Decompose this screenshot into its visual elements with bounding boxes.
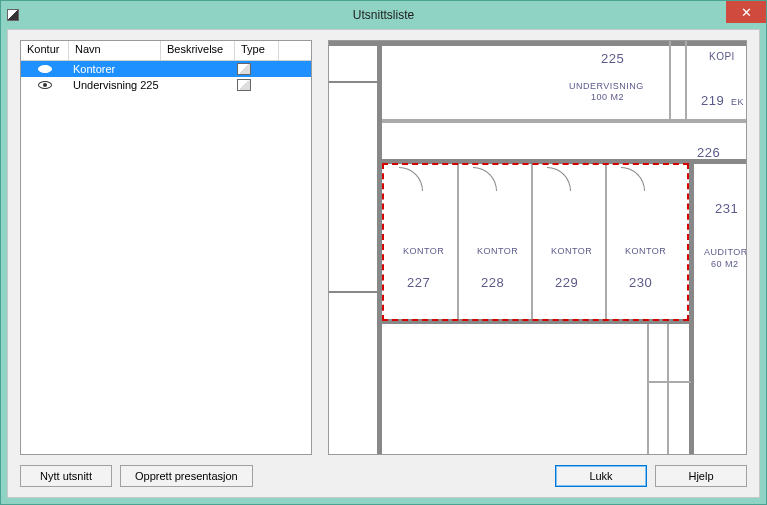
room-label: AUDITOR xyxy=(704,247,747,257)
room-number: 229 xyxy=(555,275,578,290)
list-row[interactable]: Kontorer xyxy=(21,61,311,77)
header-beskrivelse[interactable]: Beskrivelse xyxy=(161,41,235,60)
wall-line xyxy=(669,41,671,119)
client-area: Kontur Navn Beskrivelse Type Kontorer Un… xyxy=(7,29,760,498)
wall-line xyxy=(329,41,746,46)
room-number: 228 xyxy=(481,275,504,290)
button-bar: Nytt utsnitt Opprett presentasjon Lukk H… xyxy=(20,465,747,487)
room-label: EK xyxy=(731,97,744,107)
new-section-button[interactable]: Nytt utsnitt xyxy=(20,465,112,487)
create-presentation-button[interactable]: Opprett presentasjon xyxy=(120,465,253,487)
app-icon xyxy=(7,9,19,21)
row-name: Kontorer xyxy=(69,63,161,75)
row-name: Undervisning 225 xyxy=(69,79,161,91)
room-label: UNDERVISNING xyxy=(569,81,644,91)
room-label: KONTOR xyxy=(625,246,666,256)
room-label: KONTOR xyxy=(477,246,518,256)
close-icon: ✕ xyxy=(741,5,752,20)
window-title: Utsnittsliste xyxy=(1,8,766,22)
room-label: 60 M2 xyxy=(711,259,739,269)
header-navn[interactable]: Navn xyxy=(69,41,161,60)
room-label: 100 M2 xyxy=(591,92,624,102)
room-label: KONTOR xyxy=(551,246,592,256)
wall-line xyxy=(667,324,669,454)
wall-line xyxy=(689,159,694,455)
wall-line xyxy=(647,381,691,383)
type-icon xyxy=(237,79,251,91)
type-icon xyxy=(237,63,251,75)
wall-line xyxy=(685,41,687,119)
dialog-window: Utsnittsliste ✕ Kontur Navn Beskrivelse … xyxy=(0,0,767,505)
room-number: 231 xyxy=(715,201,738,216)
help-button[interactable]: Hjelp xyxy=(655,465,747,487)
plan-preview[interactable]: 225 UNDERVISNING 100 M2 KOPI 219 EK 226 … xyxy=(328,40,747,455)
selection-outline xyxy=(382,163,689,321)
body-area: Kontur Navn Beskrivelse Type Kontorer Un… xyxy=(20,40,747,455)
room-label: KOPI xyxy=(709,51,735,62)
room-number: 225 xyxy=(601,51,624,66)
titlebar[interactable]: Utsnittsliste ✕ xyxy=(1,1,766,29)
room-label: KONTOR xyxy=(403,246,444,256)
eye-icon xyxy=(38,81,52,89)
close-button[interactable]: ✕ xyxy=(726,1,766,23)
room-number: 227 xyxy=(407,275,430,290)
wall-line xyxy=(329,291,377,293)
wall-line xyxy=(329,81,377,83)
spacer xyxy=(261,465,547,487)
eye-icon xyxy=(38,65,52,73)
list-row[interactable]: Undervisning 225 xyxy=(21,77,311,93)
header-type[interactable]: Type xyxy=(235,41,279,60)
section-list: Kontur Navn Beskrivelse Type Kontorer Un… xyxy=(20,40,312,455)
wall-line xyxy=(647,324,649,454)
room-number: 226 xyxy=(697,145,720,160)
list-rows: Kontorer Undervisning 225 xyxy=(21,61,311,454)
list-header: Kontur Navn Beskrivelse Type xyxy=(21,41,311,61)
room-number: 230 xyxy=(629,275,652,290)
room-number: 219 xyxy=(701,93,724,108)
close-dialog-button[interactable]: Lukk xyxy=(555,465,647,487)
wall-line xyxy=(382,119,747,123)
header-kontur[interactable]: Kontur xyxy=(21,41,69,60)
